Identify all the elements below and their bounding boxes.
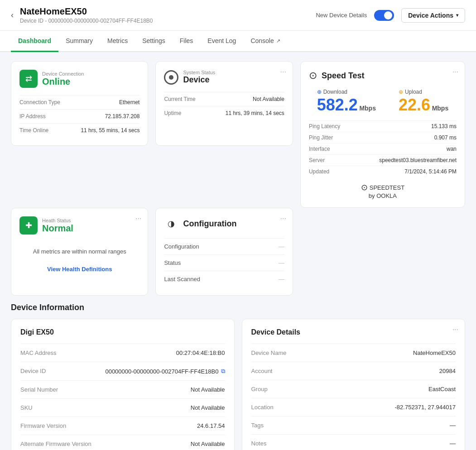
chevron-down-icon: ▾ <box>456 13 458 18</box>
system-status-menu-button[interactable]: ··· <box>280 68 286 76</box>
upload-group: ⊕ Upload 22.6 Mbps <box>399 89 448 113</box>
download-unit: Mbps <box>359 105 376 112</box>
speed-test-title: Speed Test <box>322 71 365 81</box>
group-row: Group EastCoast <box>251 380 456 398</box>
copy-device-id-button[interactable]: ⧉ <box>221 368 225 375</box>
speed-test-card: ··· ⊙ Speed Test ⊕ Download 582.2 Mbps ⊕ <box>300 61 465 208</box>
device-name: NateHomeEX50 <box>20 6 153 17</box>
tab-settings[interactable]: Settings <box>135 31 173 52</box>
tab-console[interactable]: Console ↗ <box>243 31 287 52</box>
second-cards-row: ··· ✚ Heath Status Normal All metrics ar… <box>11 208 465 296</box>
ping-latency-row: Ping Latency 15.133 ms <box>309 120 457 132</box>
mac-address-row: MAC Address 00:27:04:4E:18:B0 <box>20 344 225 362</box>
device-details-menu-button[interactable]: ··· <box>452 326 458 334</box>
tab-dashboard[interactable]: Dashboard <box>11 31 58 52</box>
uptime-row: Uptime 11 hrs, 39 mins, 14 secs <box>164 106 284 120</box>
tab-summary[interactable]: Summary <box>58 31 100 52</box>
speed-values: ⊕ Download 582.2 Mbps ⊕ Upload 22.6 Mbps <box>309 89 457 113</box>
digi-ex50-title: Digi EX50 <box>20 328 225 336</box>
new-device-toggle[interactable] <box>374 10 394 21</box>
speedtest-logo-icon: ⊙ <box>361 182 368 192</box>
configuration-icon: ◑ <box>164 216 178 231</box>
top-right-controls: New Device Details Device Actions ▾ <box>316 8 465 23</box>
back-button[interactable]: ‹ <box>11 10 14 20</box>
health-status-menu-button[interactable]: ··· <box>135 215 141 223</box>
speedtest-icon: ⊙ <box>309 70 317 81</box>
device-info-cards: Digi EX50 MAC Address 00:27:04:4E:18:B0 … <box>11 319 465 450</box>
updated-row: Updated 7/1/2024, 5:14:46 PM <box>309 166 457 177</box>
speed-test-menu-button[interactable]: ··· <box>452 68 458 76</box>
server-row: Server speedtest03.bluestreamfiber.net <box>309 154 457 166</box>
notes-row: Notes — <box>251 434 456 450</box>
speed-test-header: ⊙ Speed Test <box>309 70 457 81</box>
device-actions-button[interactable]: Device Actions ▾ <box>401 8 465 23</box>
connection-icon: ⇄ <box>19 70 38 88</box>
nav-tabs: Dashboard Summary Metrics Settings Files… <box>0 31 476 52</box>
tab-files[interactable]: Files <box>173 31 201 52</box>
speedtest-logo-text: SPEEDTEST <box>370 184 404 191</box>
upload-unit: Mbps <box>432 105 449 112</box>
status-row: Status — <box>164 254 284 271</box>
system-status-icon <box>164 70 178 85</box>
external-link-icon: ↗ <box>276 38 280 44</box>
health-status: Normal <box>42 223 73 234</box>
device-details-card: ··· Device Details Device Name NateHomeE… <box>242 319 466 450</box>
new-device-details-label: New Device Details <box>316 12 367 19</box>
download-group: ⊕ Download 582.2 Mbps <box>317 89 376 113</box>
system-status-header: System Status Device <box>164 70 284 85</box>
configuration-row: Configuration — <box>164 238 284 254</box>
view-health-definitions-link[interactable]: View Health Definitions <box>19 266 139 273</box>
health-label: Heath Status <box>42 218 73 223</box>
health-header: ✚ Heath Status Normal <box>19 216 139 235</box>
main-content: ⇄ Device Connection Online Connection Ty… <box>0 52 476 450</box>
last-scanned-row: Last Scanned — <box>164 271 284 287</box>
device-id-row: Device ID 00000000-00000000-002704FF-FF4… <box>20 362 225 380</box>
top-cards-row: ⇄ Device Connection Online Connection Ty… <box>11 61 465 208</box>
system-status-label: System Status <box>183 70 215 75</box>
configuration-card: ··· ◑ Configuration Configuration — Stat… <box>155 208 293 296</box>
health-icon: ✚ <box>19 216 38 235</box>
tab-event-log[interactable]: Event Log <box>200 31 243 52</box>
ip-address-row: IP Address 72.185.37.208 <box>19 109 139 123</box>
tags-row: Tags — <box>251 416 456 434</box>
system-status-title: Device <box>183 75 215 85</box>
configuration-header: ◑ Configuration <box>164 216 284 231</box>
interface-row: Interface wan <box>309 143 457 154</box>
configuration-menu-button[interactable]: ··· <box>280 215 286 223</box>
alt-firmware-version-row: Alternate Firmware Version Not Available <box>20 435 225 450</box>
tab-metrics[interactable]: Metrics <box>100 31 135 52</box>
digi-ex50-card: Digi EX50 MAC Address 00:27:04:4E:18:B0 … <box>11 319 235 450</box>
device-details-title: Device Details <box>251 328 456 336</box>
download-arrow-icon: ⊕ <box>317 89 322 95</box>
system-status-card: ··· System Status Device Current Time No… <box>155 61 293 146</box>
device-information-title: Device Information <box>11 303 465 312</box>
account-row: Account 20984 <box>251 362 456 380</box>
ping-jitter-row: Ping Jitter 0.907 ms <box>309 132 457 143</box>
top-bar: ‹ NateHomeEX50 Device ID - 00000000-0000… <box>0 0 476 31</box>
configuration-title: Configuration <box>183 219 236 229</box>
connection-type-row: Connection Type Ethernet <box>19 95 139 109</box>
upload-value: 22.6 <box>399 96 430 114</box>
upload-arrow-icon: ⊕ <box>399 89 403 95</box>
time-online-row: Time Online 11 hrs, 55 mins, 14 secs <box>19 123 139 137</box>
current-time-row: Current Time Not Available <box>164 92 284 106</box>
ookla-label: by OOKLA <box>369 192 397 199</box>
device-title: NateHomeEX50 Device ID - 00000000-000000… <box>20 6 153 24</box>
connection-status: Online <box>42 77 84 87</box>
connection-label: Device Connection <box>42 71 84 77</box>
location-row: Location -82.752371, 27.944017 <box>251 398 456 416</box>
sku-row: SKU Not Available <box>20 398 225 416</box>
device-connection-card: ⇄ Device Connection Online Connection Ty… <box>11 61 148 146</box>
health-status-card: ··· ✚ Heath Status Normal All metrics ar… <box>11 208 148 296</box>
download-value: 582.2 <box>317 96 358 114</box>
connection-header: ⇄ Device Connection Online <box>19 70 139 88</box>
health-message: All metrics are within normal ranges <box>19 239 139 259</box>
device-name-row: Device Name NateHomeEX50 <box>251 344 456 362</box>
device-id: Device ID - 00000000-00000000-002704FF-F… <box>20 18 153 24</box>
speedtest-logo: ⊙ SPEEDTEST by OOKLA <box>309 182 457 199</box>
firmware-version-row: Firmware Version 24.6.17.54 <box>20 416 225 435</box>
serial-number-row: Serial Number Not Available <box>20 380 225 398</box>
